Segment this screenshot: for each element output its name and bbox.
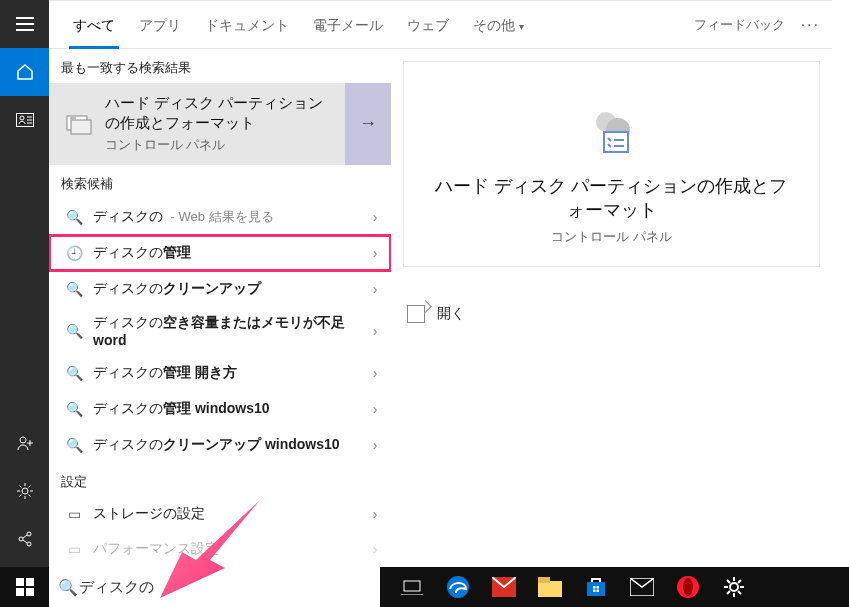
taskview-icon: [401, 579, 423, 595]
search-icon: 🔍: [63, 209, 85, 225]
suggestion-disk-management-howto[interactable]: 🔍 ディスクの管理 開き方 ›: [49, 355, 391, 391]
chevron-right-icon: ›: [363, 281, 387, 297]
suggestion-label: ディスクのクリーンアップ: [85, 280, 363, 298]
contact-card-icon: [16, 113, 34, 127]
open-icon: [407, 305, 425, 323]
suggestion-label: ディスクの管理: [85, 244, 363, 262]
store-icon: [585, 576, 607, 598]
search-input[interactable]: [79, 579, 372, 596]
svg-point-29: [683, 578, 693, 596]
chevron-right-icon: ›: [363, 437, 387, 453]
feedback-link[interactable]: フィードバック: [694, 16, 785, 34]
taskbar: 🔍: [0, 567, 849, 607]
chevron-right-icon: ›: [363, 365, 387, 381]
gear-icon: [723, 576, 745, 598]
tab-email[interactable]: 電子メール: [301, 1, 395, 49]
svg-point-30: [730, 583, 738, 591]
best-match-header: 最も一致する検索結果: [49, 49, 391, 83]
detail-card: ハード ディスク パーティションの作成とフォーマット コントロール パネル: [403, 61, 820, 267]
start-button[interactable]: [0, 567, 49, 607]
svg-rect-16: [26, 588, 34, 596]
detail-icon: [428, 102, 795, 162]
share-icon: [16, 530, 34, 548]
suggestion-web-results[interactable]: 🔍 ディスクの - Web 結果を見る ›: [49, 199, 391, 235]
tab-documents[interactable]: ドキュメント: [193, 1, 301, 49]
svg-rect-26: [597, 590, 600, 593]
taskbar-search-box[interactable]: 🔍: [49, 567, 380, 607]
edge-icon: [446, 575, 470, 599]
settings-performance[interactable]: ▭ パフォーマンス設定 ›: [49, 532, 391, 567]
svg-rect-21: [538, 577, 550, 583]
search-icon: 🔍: [63, 437, 85, 453]
best-match-expand-button[interactable]: →: [345, 83, 391, 165]
settings-app[interactable]: [720, 573, 748, 601]
detail-panel: ハード ディスク パーティションの作成とフォーマット コントロール パネル 開く: [391, 49, 832, 567]
suggestion-disk-management-win10[interactable]: 🔍 ディスクの管理 windows10 ›: [49, 391, 391, 427]
chevron-right-icon: ›: [363, 323, 387, 339]
svg-rect-8: [71, 120, 91, 134]
mail-red-app[interactable]: [490, 573, 518, 601]
suggestion-disk-cleanup[interactable]: 🔍 ディスクのクリーンアップ ›: [49, 271, 391, 307]
suggestion-label: ディスクの - Web 結果を見る: [85, 208, 363, 226]
search-icon: 🔍: [63, 401, 85, 417]
chevron-right-icon: ›: [363, 245, 387, 261]
search-icon: 🔍: [57, 578, 79, 597]
windows-logo-icon: [16, 578, 34, 596]
svg-rect-23: [593, 586, 596, 589]
svg-rect-14: [26, 578, 34, 586]
svg-rect-13: [16, 578, 24, 586]
chevron-right-icon: ›: [363, 506, 387, 522]
best-match-item[interactable]: ハード ディスク パーティションの作成とフォーマット コントロール パネル →: [49, 83, 391, 165]
rail-share-button[interactable]: [0, 515, 49, 563]
results-list: 最も一致する検索結果 ハード ディスク パーティションの作成とフォーマット コン…: [49, 49, 391, 567]
more-menu-button[interactable]: ···: [801, 16, 820, 34]
rail-settings-button[interactable]: [0, 467, 49, 515]
mail-icon: [492, 577, 516, 597]
edge-app[interactable]: [444, 573, 472, 601]
envelope-icon: [630, 578, 654, 596]
search-icon: 🔍: [63, 323, 85, 339]
tab-more[interactable]: その他▾: [461, 1, 536, 49]
suggestion-disk-cleanup-win10[interactable]: 🔍 ディスクのクリーンアップ windows10 ›: [49, 427, 391, 463]
svg-rect-24: [597, 586, 600, 589]
suggestion-disk-management[interactable]: 🕘 ディスクの管理 ›: [49, 235, 391, 271]
chevron-right-icon: ›: [363, 209, 387, 225]
svg-point-9: [70, 115, 76, 121]
suggestion-label: ディスクの空き容量またはメモリが不足 word: [85, 313, 363, 349]
rail-menu-button[interactable]: [0, 0, 49, 48]
chevron-down-icon: ▾: [519, 21, 524, 32]
drive-icon: ▭: [63, 541, 85, 557]
svg-rect-22: [587, 582, 605, 596]
mail-app[interactable]: [628, 573, 656, 601]
svg-point-1: [20, 116, 24, 120]
search-icon: 🔍: [63, 281, 85, 297]
settings-header: 設定: [49, 463, 391, 497]
svg-rect-15: [16, 588, 24, 596]
search-panel: すべて アプリ ドキュメント 電子メール ウェブ その他▾ フィードバック ··…: [49, 0, 832, 567]
detail-title: ハード ディスク パーティションの作成とフォーマット: [428, 174, 795, 222]
suggestion-disk-memory[interactable]: 🔍 ディスクの空き容量またはメモリが不足 word ›: [49, 307, 391, 355]
tab-web[interactable]: ウェブ: [395, 1, 461, 49]
explorer-app[interactable]: [536, 573, 564, 601]
search-tabs: すべて アプリ ドキュメント 電子メール ウェブ その他▾ フィードバック ··…: [49, 1, 832, 49]
rail-home-button[interactable]: [0, 48, 49, 96]
tab-apps[interactable]: アプリ: [127, 1, 193, 49]
rail-person-button[interactable]: [0, 419, 49, 467]
folder-icon: [538, 577, 562, 597]
taskview-button[interactable]: [398, 573, 426, 601]
opera-app[interactable]: [674, 573, 702, 601]
drive-icon: ▭: [63, 506, 85, 522]
svg-point-5: [27, 532, 31, 536]
store-app[interactable]: [582, 573, 610, 601]
hamburger-icon: [16, 17, 34, 31]
svg-rect-20: [538, 581, 562, 597]
opera-icon: [676, 575, 700, 599]
svg-point-2: [20, 437, 26, 443]
suggestions-header: 検索候補: [49, 165, 391, 199]
detail-open-action[interactable]: 開く: [407, 305, 816, 323]
person-add-icon: [16, 434, 34, 452]
tab-all[interactable]: すべて: [61, 1, 127, 49]
settings-storage[interactable]: ▭ ストレージの設定 ›: [49, 497, 391, 532]
rail-contacts-button[interactable]: [0, 96, 49, 144]
chevron-right-icon: ›: [363, 541, 387, 557]
